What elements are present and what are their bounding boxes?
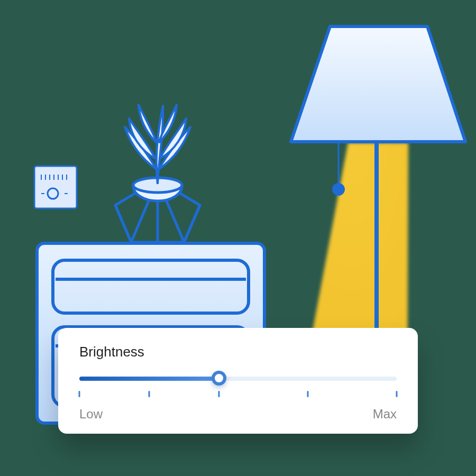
slider-max-label: Max (373, 407, 397, 422)
slider-tick (79, 391, 80, 397)
slider-tick (307, 391, 309, 397)
svg-rect-6 (34, 166, 77, 208)
slider-tick (396, 391, 398, 397)
svg-point-2 (334, 185, 343, 194)
slider-fill (79, 377, 219, 381)
slider-tick (218, 391, 220, 397)
brightness-slider[interactable] (79, 374, 397, 383)
slider-thumb[interactable] (212, 371, 226, 386)
slider-title: Brightness (79, 344, 397, 360)
svg-line-16 (184, 205, 200, 242)
wall-switch-icon (34, 166, 77, 208)
slider-ticks (79, 391, 397, 401)
brightness-card: Brightness Low Max (58, 328, 418, 434)
slider-tick (149, 391, 150, 397)
svg-line-15 (115, 205, 131, 242)
plant-icon (115, 105, 200, 242)
slider-low-label: Low (79, 407, 103, 422)
